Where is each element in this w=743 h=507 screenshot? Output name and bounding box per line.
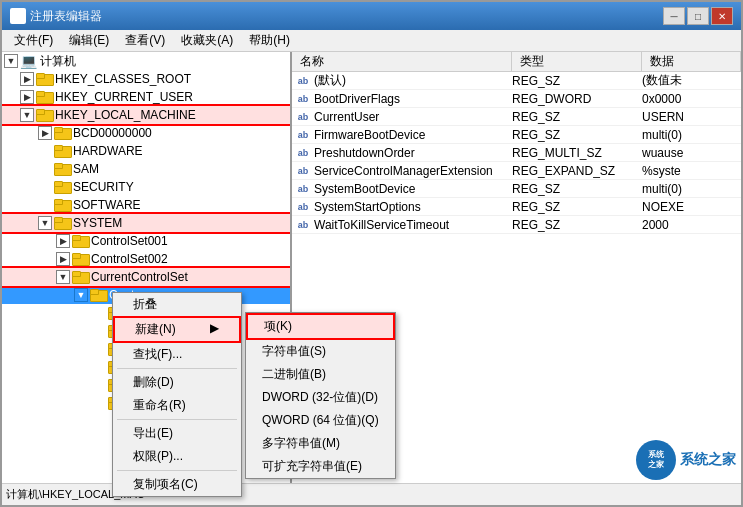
maximize-button[interactable]: □ (687, 7, 709, 25)
expand-cont[interactable]: ▼ (74, 288, 88, 302)
reg-type-cell: REG_MULTI_SZ (512, 146, 642, 160)
sub-item-dword[interactable]: DWORD (32-位值)(D) (246, 386, 395, 409)
tree-node-sam[interactable]: SAM (2, 160, 290, 178)
reg-type-icon: ab (294, 72, 312, 90)
tree-label-current-user: HKEY_CURRENT_USER (55, 90, 193, 104)
table-row[interactable]: abWaitToKillServiceTimeoutREG_SZ2000 (292, 216, 741, 234)
menu-favorites[interactable]: 收藏夹(A) (173, 30, 241, 51)
table-row[interactable]: abServiceControlManagerExtensionREG_EXPA… (292, 162, 741, 180)
sub-item-key[interactable]: 项(K) (246, 313, 395, 340)
expand-local-machine[interactable]: ▼ (20, 108, 34, 122)
minimize-button[interactable]: ─ (663, 7, 685, 25)
reg-name-cell: SystemBootDevice (312, 182, 512, 196)
expand-system[interactable]: ▼ (38, 216, 52, 230)
sub-item-binary[interactable]: 二进制值(B) (246, 363, 395, 386)
reg-type-cell: REG_SZ (512, 128, 642, 142)
sub-item-multistring[interactable]: 多字符串值(M) (246, 432, 395, 455)
folder-icon-classes-root (36, 73, 52, 86)
tree-node-software[interactable]: SOFTWARE (2, 196, 290, 214)
tree-node-system[interactable]: ▼ SYSTEM (2, 214, 290, 232)
ctx-permissions[interactable]: 权限(P)... (113, 445, 241, 468)
reg-type-cell: REG_SZ (512, 200, 642, 214)
tree-node-security[interactable]: SECURITY (2, 178, 290, 196)
expand-computer[interactable]: ▼ (4, 54, 18, 68)
expand-currentcontrolset[interactable]: ▼ (56, 270, 70, 284)
tree-label-local-machine: HKEY_LOCAL_MACHINE (55, 108, 196, 122)
tree-node-bcd[interactable]: ▶ BCD00000000 (2, 124, 290, 142)
menu-edit[interactable]: 编辑(E) (61, 30, 117, 51)
reg-type-icon: ab (294, 162, 312, 180)
watermark: 系统之家 系统之家 (636, 440, 736, 480)
tree-label-computer: 计算机 (40, 53, 76, 70)
reg-data-cell: wuause (642, 146, 741, 160)
ctx-arrow-icon: ▶ (210, 321, 219, 338)
col-header-type[interactable]: 类型 (512, 52, 642, 71)
close-button[interactable]: ✕ (711, 7, 733, 25)
expand-controlset002[interactable]: ▶ (56, 252, 70, 266)
reg-data-cell: NOEXE (642, 200, 741, 214)
col-header-name[interactable]: 名称 (292, 52, 512, 71)
table-row[interactable]: abFirmwareBootDeviceREG_SZmulti(0) (292, 126, 741, 144)
expand-current-user[interactable]: ▶ (20, 90, 34, 104)
reg-data-cell: multi(0) (642, 128, 741, 142)
menu-view[interactable]: 查看(V) (117, 30, 173, 51)
reg-data-cell: 0x0000 (642, 92, 741, 106)
title-buttons: ─ □ ✕ (663, 7, 733, 25)
table-row[interactable]: abPreshutdownOrderREG_MULTI_SZwuause (292, 144, 741, 162)
folder-icon-hardware (54, 145, 70, 158)
sub-item-string[interactable]: 字符串值(S) (246, 340, 395, 363)
table-row[interactable]: abSystemStartOptionsREG_SZNOEXE (292, 198, 741, 216)
tree-node-controlset002[interactable]: ▶ ControlSet002 (2, 250, 290, 268)
tree-label-software: SOFTWARE (73, 198, 141, 212)
folder-icon-controlset002 (72, 253, 88, 266)
tree-node-computer[interactable]: ▼ 💻 计算机 (2, 52, 290, 70)
reg-type-icon: ab (294, 108, 312, 126)
tree-label-system: SYSTEM (73, 216, 122, 230)
ctx-new[interactable]: 新建(N) ▶ (113, 316, 241, 343)
ctx-divider-1 (117, 368, 237, 369)
reg-data-cell: multi(0) (642, 182, 741, 196)
tree-node-controlset001[interactable]: ▶ ControlSet001 (2, 232, 290, 250)
window-title: 注册表编辑器 (30, 8, 663, 25)
sub-item-qword[interactable]: QWORD (64 位值)(Q) (246, 409, 395, 432)
menu-file[interactable]: 文件(F) (6, 30, 61, 51)
tree-label-classes-root: HKEY_CLASSES_ROOT (55, 72, 191, 86)
tree-node-currentcontrolset[interactable]: ▼ CurrentControlSet (2, 268, 290, 286)
reg-type-cell: REG_SZ (512, 218, 642, 232)
folder-icon-bcd (54, 127, 70, 140)
reg-type-cell: REG_SZ (512, 110, 642, 124)
menu-help[interactable]: 帮助(H) (241, 30, 298, 51)
reg-type-icon: ab (294, 216, 312, 234)
reg-name-cell: PreshutdownOrder (312, 146, 512, 160)
tree-node-local-machine[interactable]: ▼ HKEY_LOCAL_MACHINE (2, 106, 290, 124)
table-row[interactable]: abBootDriverFlagsREG_DWORD0x0000 (292, 90, 741, 108)
table-row[interactable]: abSystemBootDeviceREG_SZmulti(0) (292, 180, 741, 198)
ctx-rename[interactable]: 重命名(R) (113, 394, 241, 417)
folder-icon-security (54, 181, 70, 194)
expand-bcd[interactable]: ▶ (38, 126, 52, 140)
ctx-export[interactable]: 导出(E) (113, 422, 241, 445)
tree-node-classes-root[interactable]: ▶ HKEY_CLASSES_ROOT (2, 70, 290, 88)
reg-data-cell: USERN (642, 110, 741, 124)
folder-icon-system (54, 217, 70, 230)
reg-name-cell: ServiceControlManagerExtension (312, 164, 512, 178)
expand-classes-root[interactable]: ▶ (20, 72, 34, 86)
col-header-data[interactable]: 数据 (642, 52, 741, 71)
tree-label-bcd: BCD00000000 (73, 126, 152, 140)
tree-node-hardware[interactable]: HARDWARE (2, 142, 290, 160)
ctx-copy-key[interactable]: 复制项名(C) (113, 473, 241, 496)
context-menu: 折叠 新建(N) ▶ 查找(F)... 删除(D) 重命名(R) 导出(E) 权… (112, 292, 242, 497)
tree-node-current-user[interactable]: ▶ HKEY_CURRENT_USER (2, 88, 290, 106)
expand-controlset001[interactable]: ▶ (56, 234, 70, 248)
reg-name-cell: WaitToKillServiceTimeout (312, 218, 512, 232)
ctx-delete[interactable]: 删除(D) (113, 371, 241, 394)
reg-name-cell: SystemStartOptions (312, 200, 512, 214)
table-row[interactable]: ab(默认)REG_SZ(数值未 (292, 72, 741, 90)
ctx-find[interactable]: 查找(F)... (113, 343, 241, 366)
sub-item-expandstring[interactable]: 可扩充字符串值(E) (246, 455, 395, 478)
ctx-divider-2 (117, 419, 237, 420)
table-row[interactable]: abCurrentUserREG_SZUSERN (292, 108, 741, 126)
ctx-collapse[interactable]: 折叠 (113, 293, 241, 316)
registry-editor-window: 注册表编辑器 ─ □ ✕ 文件(F) 编辑(E) 查看(V) 收藏夹(A) 帮助… (0, 0, 743, 507)
reg-name-cell: CurrentUser (312, 110, 512, 124)
